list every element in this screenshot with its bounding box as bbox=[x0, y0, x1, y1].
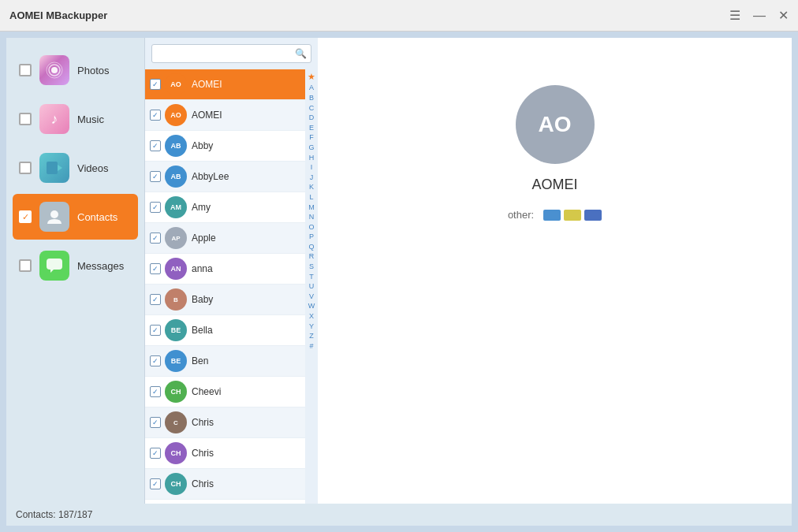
sidebar-checkbox-contacts[interactable] bbox=[19, 210, 32, 223]
svg-point-0 bbox=[51, 67, 58, 73]
alpha-letter-A[interactable]: A bbox=[309, 83, 314, 93]
list-item[interactable]: BEBella bbox=[145, 315, 305, 346]
alpha-letter-T[interactable]: T bbox=[309, 272, 314, 282]
list-item[interactable]: AOAOMEI bbox=[145, 100, 305, 131]
minimize-icon[interactable]: ― bbox=[753, 9, 766, 23]
sidebar-item-music[interactable]: ♪Music bbox=[13, 96, 138, 142]
alpha-letter-P[interactable]: P bbox=[309, 232, 314, 242]
list-icon[interactable]: ☰ bbox=[729, 8, 740, 23]
alpha-letter-X[interactable]: X bbox=[309, 311, 314, 322]
contacts-list: AOAOMEIAOAOMEIABAbbyABAbbyLeeAMAmyAPAppl… bbox=[145, 69, 305, 504]
list-item[interactable]: BEBen bbox=[145, 346, 305, 377]
contact-checkbox[interactable] bbox=[150, 79, 161, 90]
alpha-letter-★[interactable]: ★ bbox=[308, 71, 315, 83]
contact-checkbox[interactable] bbox=[150, 233, 161, 244]
title-bar: AOMEI MBackupper ☰ ― ✕ bbox=[0, 0, 798, 32]
alpha-letter-S[interactable]: S bbox=[309, 262, 314, 272]
sidebar-checkbox-photos[interactable] bbox=[19, 64, 32, 76]
sidebar-label-messages: Messages bbox=[77, 260, 124, 272]
contact-checkbox[interactable] bbox=[150, 355, 161, 366]
alpha-letter-Z[interactable]: Z bbox=[309, 331, 314, 341]
alpha-letter-G[interactable]: G bbox=[308, 143, 314, 153]
list-item[interactable]: CHChris bbox=[145, 438, 305, 469]
contact-tag bbox=[564, 210, 581, 221]
alpha-letter-Y[interactable]: Y bbox=[309, 322, 314, 332]
search-input[interactable] bbox=[151, 44, 311, 63]
sidebar-item-contacts[interactable]: Contacts bbox=[13, 194, 138, 240]
svg-marker-7 bbox=[50, 270, 54, 273]
alpha-letter-O[interactable]: O bbox=[308, 222, 314, 233]
list-item[interactable]: ANanna bbox=[145, 254, 305, 285]
sidebar-label-contacts: Contacts bbox=[77, 211, 117, 223]
alpha-letter-J[interactable]: J bbox=[310, 173, 314, 183]
contact-checkbox[interactable] bbox=[150, 202, 161, 213]
sidebar-checkbox-music[interactable] bbox=[19, 113, 32, 125]
contact-name: Chris bbox=[192, 448, 214, 459]
alpha-letter-K[interactable]: K bbox=[309, 182, 314, 192]
sidebar-label-photos: Photos bbox=[77, 65, 109, 76]
list-item[interactable]: ABAbbyLee bbox=[145, 162, 305, 192]
list-item[interactable]: CHChris bbox=[145, 469, 305, 500]
alpha-letter-#[interactable]: # bbox=[309, 341, 313, 352]
svg-rect-6 bbox=[47, 259, 62, 270]
alpha-letter-D[interactable]: D bbox=[309, 113, 315, 123]
contact-avatar: CH bbox=[165, 442, 187, 464]
sidebar-checkbox-messages[interactable] bbox=[19, 259, 32, 272]
list-item[interactable]: CHCheevi bbox=[145, 377, 305, 407]
list-item[interactable]: AOAOMEI bbox=[145, 69, 305, 100]
alpha-letter-V[interactable]: V bbox=[309, 292, 314, 302]
detail-panel: AO AOMEI other: bbox=[318, 38, 792, 504]
list-item[interactable]: BBaby bbox=[145, 285, 305, 315]
alpha-letter-Q[interactable]: Q bbox=[308, 242, 314, 252]
contact-checkbox[interactable] bbox=[150, 417, 161, 428]
contact-checkbox[interactable] bbox=[150, 110, 161, 121]
alpha-letter-I[interactable]: I bbox=[311, 162, 313, 173]
alpha-letter-F[interactable]: F bbox=[309, 132, 314, 143]
contact-avatar: CH bbox=[165, 381, 187, 403]
alpha-letter-R[interactable]: R bbox=[309, 251, 315, 262]
other-label: other: bbox=[508, 209, 534, 221]
svg-point-5 bbox=[50, 210, 58, 218]
contacts-count: Contacts: 187/187 bbox=[16, 509, 92, 520]
list-item[interactable]: CChris bbox=[145, 407, 305, 438]
sidebar-checkbox-videos[interactable] bbox=[19, 162, 32, 174]
contact-checkbox[interactable] bbox=[150, 325, 161, 336]
close-icon[interactable]: ✕ bbox=[778, 8, 789, 23]
contact-avatar: BE bbox=[165, 350, 187, 372]
contact-checkbox[interactable] bbox=[150, 171, 161, 182]
alpha-letter-E[interactable]: E bbox=[309, 123, 314, 133]
detail-name: AOMEI bbox=[531, 177, 577, 193]
sidebar-label-music: Music bbox=[77, 113, 104, 125]
contact-checkbox[interactable] bbox=[150, 294, 161, 305]
contact-avatar: AB bbox=[165, 135, 187, 157]
sidebar: Photos♪MusicVideosContactsMessages bbox=[6, 38, 144, 504]
alpha-letter-U[interactable]: U bbox=[309, 281, 315, 292]
sidebar-icon-messages bbox=[39, 251, 69, 281]
contact-name: AOMEI bbox=[192, 79, 222, 90]
sidebar-item-photos[interactable]: Photos bbox=[13, 47, 138, 93]
alpha-letter-M[interactable]: M bbox=[308, 203, 315, 213]
main-window: Photos♪MusicVideosContactsMessages 🔍 AOA… bbox=[6, 38, 792, 526]
contacts-panel: 🔍 AOAOMEIAOAOMEIABAbbyABAbbyLeeAMAmyAPAp… bbox=[144, 38, 318, 504]
alpha-letter-H[interactable]: H bbox=[309, 153, 315, 163]
contact-checkbox[interactable] bbox=[150, 386, 161, 397]
alpha-letter-L[interactable]: L bbox=[309, 192, 313, 203]
list-item[interactable]: APApple bbox=[145, 223, 305, 254]
list-and-alpha: AOAOMEIAOAOMEIABAbbyABAbbyLeeAMAmyAPAppl… bbox=[145, 69, 318, 504]
sidebar-item-videos[interactable]: Videos bbox=[13, 145, 138, 191]
alpha-letter-W[interactable]: W bbox=[308, 301, 315, 311]
contact-avatar: AN bbox=[165, 258, 187, 280]
list-item[interactable]: AMAmy bbox=[145, 192, 305, 223]
list-item[interactable]: ABAbby bbox=[145, 131, 305, 162]
contact-checkbox[interactable] bbox=[150, 478, 161, 489]
contact-avatar: AP bbox=[165, 227, 187, 249]
contact-checkbox[interactable] bbox=[150, 263, 161, 274]
contact-name: Baby bbox=[192, 294, 213, 305]
alpha-letter-B[interactable]: B bbox=[309, 93, 314, 103]
contact-checkbox[interactable] bbox=[150, 140, 161, 151]
contact-name: Chris bbox=[192, 417, 214, 428]
sidebar-item-messages[interactable]: Messages bbox=[13, 243, 138, 288]
alpha-letter-C[interactable]: C bbox=[309, 103, 315, 113]
alpha-letter-N[interactable]: N bbox=[309, 212, 315, 222]
contact-checkbox[interactable] bbox=[150, 448, 161, 459]
